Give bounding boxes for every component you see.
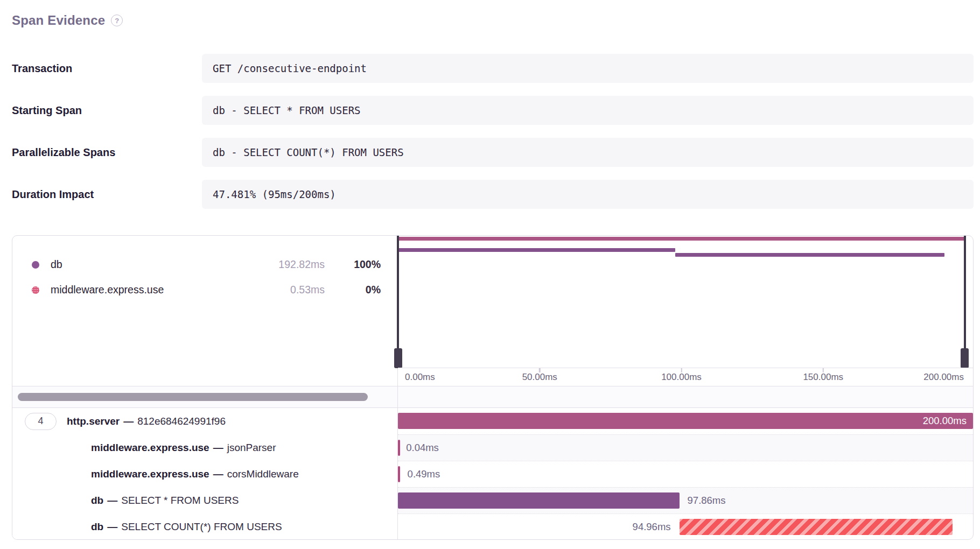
span-evidence-table: Transaction GET /consecutive-endpoint St… <box>12 54 974 222</box>
span-duration-bar[interactable] <box>398 466 400 482</box>
span-duration-label: 0.49ms <box>408 461 440 487</box>
evidence-label: Duration Impact <box>12 180 94 209</box>
legend-percent: 100% <box>325 258 381 271</box>
section-header: Span Evidence ? <box>12 13 123 28</box>
span-bar-track: 97.86ms <box>398 487 973 513</box>
page-title: Span Evidence <box>12 13 105 28</box>
minimap-span-bar <box>398 237 965 241</box>
evidence-row-duration-impact: Duration Impact 47.481% (95ms/200ms) <box>12 180 974 209</box>
evidence-value: db - SELECT * FROM USERS <box>202 96 974 125</box>
span-tree-label[interactable]: middleware.express.use — corsMiddleware <box>12 461 398 487</box>
legend-percent: 0% <box>325 284 381 296</box>
span-bar-track: 94.96ms <box>398 513 973 540</box>
evidence-value: 47.481% (95ms/200ms) <box>202 180 974 209</box>
span-duration-bar[interactable] <box>398 492 680 509</box>
legend-dot-db-icon <box>32 261 39 269</box>
evidence-label: Starting Span <box>12 96 82 125</box>
span-row-db-select: db — SELECT * FROM USERS 97.86ms <box>12 487 973 513</box>
chart-legend: db 192.82ms 100% middleware.express.use … <box>12 236 398 386</box>
span-tree-label[interactable]: db — SELECT COUNT(*) FROM USERS <box>12 513 398 540</box>
scrollbar-row-spacer <box>398 386 973 407</box>
legend-item-db: db 192.82ms 100% <box>32 252 381 277</box>
minimap-span-bar <box>675 253 944 257</box>
axis-tick-label: 0.00ms <box>405 368 435 386</box>
span-bar-track: 0.49ms <box>398 461 973 487</box>
legend-dot-middleware-icon <box>32 286 39 294</box>
evidence-value: GET /consecutive-endpoint <box>202 54 974 83</box>
span-row-jsonparser: middleware.express.use — jsonParser 0.04… <box>12 434 973 461</box>
legend-duration: 0.53ms <box>264 284 325 296</box>
legend-label: middleware.express.use <box>51 284 264 296</box>
span-duration-bar[interactable] <box>398 440 400 456</box>
minimap-right-handle[interactable] <box>961 348 969 368</box>
axis-tick-label: 50.00ms <box>522 368 557 386</box>
span-duration-bar[interactable]: 200.00ms <box>398 413 973 429</box>
span-children-badge[interactable]: 4 <box>25 413 57 430</box>
span-waterfall-panel: db 192.82ms 100% middleware.express.use … <box>12 235 974 540</box>
evidence-label: Transaction <box>12 54 72 83</box>
evidence-row-transaction: Transaction GET /consecutive-endpoint <box>12 54 974 83</box>
horizontal-scrollbar-thumb[interactable] <box>18 393 368 401</box>
minimap-viewport[interactable] <box>398 236 965 368</box>
legend-item-middleware: middleware.express.use 0.53ms 0% <box>32 277 381 302</box>
minimap-left-handle[interactable] <box>394 348 402 368</box>
span-tree: 4 http.server — 812e684624991f96 200.00m… <box>12 408 973 540</box>
axis-tick-label: 150.00ms <box>803 368 843 386</box>
evidence-row-parallelizable-spans: Parallelizable Spans db - SELECT COUNT(*… <box>12 138 974 167</box>
span-row-http-server: 4 http.server — 812e684624991f96 200.00m… <box>12 408 973 434</box>
legend-label: db <box>51 258 264 271</box>
evidence-label: Parallelizable Spans <box>12 138 115 167</box>
span-row-corsmiddleware: middleware.express.use — corsMiddleware … <box>12 461 973 487</box>
help-icon[interactable]: ? <box>111 15 123 26</box>
evidence-value: db - SELECT COUNT(*) FROM USERS <box>202 138 974 167</box>
trace-minimap[interactable]: 0.00ms 50.00ms 100.00ms 150.00ms 200.00m… <box>398 236 973 386</box>
span-duration-label: 0.04ms <box>406 435 439 461</box>
axis-tick-label: 100.00ms <box>661 368 702 386</box>
axis-tick-label: 200.00ms <box>923 368 964 386</box>
span-duration-label: 97.86ms <box>688 488 726 513</box>
time-axis: 0.00ms 50.00ms 100.00ms 150.00ms 200.00m… <box>398 368 965 386</box>
span-row-db-count: db — SELECT COUNT(*) FROM USERS 94.96ms <box>12 513 973 540</box>
span-duration-label: 94.96ms <box>633 514 671 540</box>
scrollbar-track[interactable] <box>12 386 398 407</box>
span-tree-label[interactable]: 4 http.server — 812e684624991f96 <box>12 408 398 434</box>
tree-scrollbar-row <box>12 386 973 408</box>
span-tree-label[interactable]: middleware.express.use — jsonParser <box>12 434 398 461</box>
evidence-row-starting-span: Starting Span db - SELECT * FROM USERS <box>12 96 974 125</box>
span-bar-track: 0.04ms <box>398 434 973 461</box>
span-tree-label[interactable]: db — SELECT * FROM USERS <box>12 487 398 513</box>
span-bar-track: 200.00ms <box>398 408 973 434</box>
minimap-span-bar <box>398 248 675 252</box>
span-duration-label: 200.00ms <box>398 413 973 429</box>
span-duration-bar[interactable] <box>680 519 953 535</box>
legend-duration: 192.82ms <box>264 258 325 271</box>
